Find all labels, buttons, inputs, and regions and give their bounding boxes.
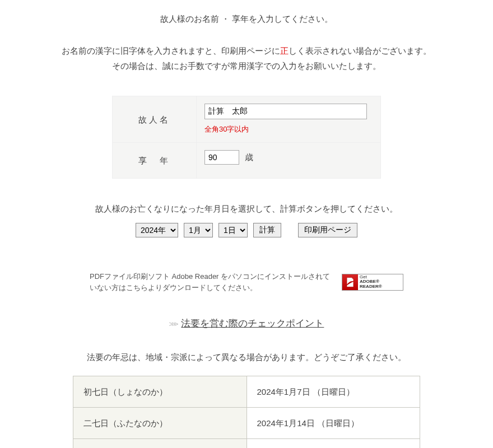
day-select[interactable]: 1日 (218, 223, 248, 237)
table-row: 三七日（みなのか）2024年1月21日 （日曜日） (73, 438, 420, 448)
calculate-button[interactable]: 計算 (253, 223, 281, 237)
name-constraint: 全角30字以内 (204, 123, 373, 136)
intro-warning: お名前の漢字に旧字体を入力されますと、印刷用ページに正しく表示されない場合がござ… (0, 43, 493, 73)
adobe-badge-text: Get ADOBE® READER® (358, 275, 403, 290)
age-suffix: 歳 (245, 152, 253, 162)
intro-warning-line3: その場合は、誠にお手数ですが常用漢字での入力をお願いいたします。 (112, 61, 381, 71)
name-input[interactable] (204, 104, 367, 119)
memorial-date-cell: 2024年1月21日 （日曜日） (246, 438, 420, 448)
intro-heading: 故人様のお名前 ・ 享年を入力してください。 (0, 11, 493, 26)
disclaimer-text: 法要の年忌は、地域・宗派によって異なる場合があります。どうぞご了承ください。 (0, 349, 493, 365)
memorial-name-cell: 二七日（ふたなのか） (73, 407, 247, 438)
table-row: 二七日（ふたなのか）2024年1月14日 （日曜日） (73, 407, 420, 438)
controls-row: 2024年 1月 1日 計算 印刷用ページ (0, 223, 493, 237)
age-input[interactable] (204, 150, 239, 165)
checkpoint-link[interactable]: 法要を営む際のチェックポイント (181, 315, 324, 333)
month-select[interactable]: 1月 (184, 223, 213, 237)
intro-warning-highlight: 正 (280, 46, 289, 55)
age-row: 享 年 歳 (113, 143, 380, 178)
memorial-name-cell: 初七日（しょなのか） (73, 376, 247, 407)
name-label: 故人名 (113, 96, 197, 142)
intro-warning-post: しく表示されない場合がございます。 (289, 46, 431, 55)
date-heading: 故人様のお亡くなりになった年月日を選択して、計算ボタンを押してください。 (0, 201, 493, 216)
memorial-name-cell: 三七日（みなのか） (73, 438, 247, 448)
intro-warning-pre: お名前の漢字に旧字体を入力されますと、印刷用ページに (62, 46, 280, 55)
chevron-right-icon: >>> (169, 318, 177, 330)
adobe-reader-badge[interactable]: Get ADOBE® READER® (342, 274, 403, 291)
memorial-date-cell: 2024年1月14日 （日曜日） (246, 407, 420, 438)
pdf-instruction-text: PDFファイル印刷ソフト Adobe Reader をパソコンにインストールされ… (90, 271, 337, 293)
age-label: 享 年 (113, 143, 197, 178)
print-page-button[interactable]: 印刷用ページ (298, 223, 357, 237)
memorial-table: 初七日（しょなのか）2024年1月7日 （日曜日）二七日（ふたなのか）2024年… (73, 376, 420, 448)
table-row: 初七日（しょなのか）2024年1月7日 （日曜日） (73, 376, 420, 407)
pdf-icon (342, 274, 358, 290)
memorial-date-cell: 2024年1月7日 （日曜日） (246, 376, 420, 407)
name-row: 故人名 全角30字以内 (113, 96, 380, 143)
year-select[interactable]: 2024年 (136, 223, 178, 237)
checkpoint-row: >>> 法要を営む際のチェックポイント (0, 315, 493, 333)
pdf-row: PDFファイル印刷ソフト Adobe Reader をパソコンにインストールされ… (90, 271, 403, 293)
adobe-badge-line2: ADOBE® READER® (360, 279, 401, 290)
input-form: 故人名 全角30字以内 享 年 歳 (112, 96, 381, 179)
